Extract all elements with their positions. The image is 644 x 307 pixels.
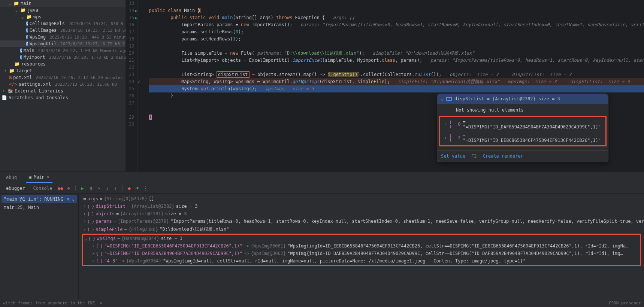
class-icon: C [20,48,22,53]
object-icon: { } [96,259,103,263]
file-meta: 2023/3/13 16:28, 11.66 kB [55,82,117,87]
folder-icon: 📁 [26,14,32,19]
subtab-console[interactable]: Console [30,184,55,192]
tree-file[interactable]: C CellImageRels 2023/8/16 19:24, 630 B 5… [0,20,126,27]
var-row-expanded[interactable]: ⌄ { } wpsImgs = {HashMap@3044} size = 3 [83,235,640,242]
watermark: CSDN @rosener [609,301,641,306]
chevron-right-icon[interactable]: › [92,251,94,256]
debug-inline-popup[interactable]: ⌄ oo dispStrList = {ArrayList@2382} size… [437,94,608,162]
object-icon: { } [96,252,103,256]
tree-file[interactable]: C Myimport 2023/8/16 20:20, 1.73 kB 2 mi… [0,54,126,61]
stack-frame[interactable]: main:25, Main [1,203,77,212]
chevron-down-icon[interactable]: ⌄ [441,96,444,101]
var-child-row[interactable]: › { } "=DISPIMG("ID_EE8CB653846F475094EF… [83,242,640,250]
tree-file[interactable]: C CellImages 2023/8/16 19:23, 2.13 kB 58… [0,27,126,34]
chevron-right-icon[interactable]: › [83,227,86,232]
tree-folder-target[interactable]: › 📁 target [0,67,126,74]
tree-label: wps [33,14,42,19]
view-breakpoints-icon[interactable]: 👁 [134,185,140,191]
file-meta: 2023/8/16 19:27, 6.79 kB 2 minu [60,42,126,46]
tree-label: resources [21,61,46,67]
step-out-icon[interactable]: ↑ [112,185,118,191]
resume-icon[interactable]: ▶ [79,185,85,191]
file-name: WpsImg [30,34,46,40]
tree-scratches[interactable]: 📄 Scratches and Consoles [0,94,126,101]
file-meta: 2023/8/16 19:24, 630 B 58 min [69,21,126,26]
var-row[interactable]: ⇉ args = {String[0]@2378} [] [82,195,641,203]
debug-panel: ebug ▣ Main × ebugger Console ●● ⊘ ▶ ⏸ ↷… [0,171,644,299]
tree-file-selected[interactable]: C WpsImgUtil 2023/8/16 19:27, 6.79 kB 2 … [0,40,126,47]
file-name: settings.xml [19,82,51,87]
tab-debug[interactable]: ebug [3,173,20,182]
tree-file[interactable]: C WpsImg 2023/8/16 19:28, 446 B 53 minut… [0,34,126,40]
project-tree[interactable]: ⌄ 📁 main ⌄ 📁 java ⌄ 📁 wps C CellImageRel… [0,0,126,171]
breakpoint-icon[interactable]: ●● [57,185,63,191]
create-renderer-link[interactable]: Create renderer [483,154,523,159]
tree-external-libraries[interactable]: › 📚 External Libraries [0,88,126,94]
class-icon: C [26,42,28,46]
set-value-link[interactable]: Set value [441,154,465,159]
file-name: WpsImgUtil [30,41,57,46]
popup-highlighted-items: › { } 0 = "=DISPIMG("ID_DAF859A2B4904BF7… [439,116,607,146]
tree-file-pom[interactable]: m pom.xml 2023/8/16 19:46, 2.12 kB 29 mi… [0,74,126,81]
code-editor[interactable]: 13 14▶ 15▶ 16 17 18 19 20 21 22 23 24✓ 2… [126,0,644,171]
args-icon: ⇉ [83,196,86,201]
var-row[interactable]: › { } params = {ImportParams@2379} "Impo… [82,218,641,225]
shortcut-hint: F2 [471,154,477,159]
maven-icon: m [9,75,12,80]
chevron-right-icon[interactable]: › [92,258,94,264]
chevron-down-icon: ⌄ [7,1,12,6]
status-message[interactable]: witch frames from anywhere in the IDE… × [3,301,102,306]
tab-main[interactable]: ▣ Main × [26,172,52,183]
popup-title: dispStrList = {ArrayList@2382} size = 3 [454,96,560,101]
run-gutter-icon[interactable]: ▶ [135,7,137,14]
popup-item[interactable]: › { } 2 = "=DISPIMG("ID_EE8CB653846F4750… [441,131,605,145]
chevron-right-icon[interactable]: › [83,204,86,209]
tree-file[interactable]: C Main 2023/8/16 20:22, 1.03 kB Moments … [0,47,126,54]
chevron-right-icon[interactable]: › [83,219,86,224]
var-child-row[interactable]: › { } "4-3" -> {WpsImg@3064} "WpsImg{img… [83,257,640,265]
run-gutter-icon[interactable]: ▶ [135,14,137,21]
file-meta: 2023/8/16 19:28, 446 B 53 minute [49,35,126,40]
var-child-row[interactable]: › { } "=DISPIMG("ID_DAF859A2B4904BF7A304… [83,250,640,257]
chevron-right-icon[interactable]: › [92,243,94,249]
chevron-right-icon: › [3,69,7,73]
class-icon: C [26,21,28,26]
debug-toolbar: ebugger Console ●● ⊘ ▶ ⏸ ↷ ↓ ↑ ● 👁 ⋮ [0,183,644,194]
library-icon: 📚 [7,88,13,94]
tree-folder-main[interactable]: ⌄ 📁 main [0,0,126,7]
stop-icon[interactable]: ● [126,185,132,191]
tree-folder-java[interactable]: ⌄ 📁 java [0,7,126,13]
more-icon[interactable]: ⋮ [143,185,149,191]
object-icon: { } [88,237,95,241]
step-into-icon[interactable]: ↓ [104,185,110,191]
frames-panel: "main"@1 i…n": RUNNING ▼ ⌄ main:25, Main [0,194,79,299]
file-meta: 2023/8/16 20:22, 1.03 kB Moments ago [38,48,126,53]
tree-folder-wps[interactable]: ⌄ 📁 wps [0,13,126,20]
mute-icon[interactable]: ⊘ [66,185,72,191]
var-row[interactable]: › { } objects = {ArrayList@2381} size = … [82,210,641,218]
popup-item[interactable]: › { } 0 = "=DISPIMG("ID_DAF859A2B4904BF7… [441,118,605,131]
dropdown-icon[interactable]: ⌄ [72,197,75,202]
chevron-right-icon[interactable]: › [83,211,86,216]
tree-label: External Libraries [15,88,63,94]
tree-file-settings[interactable]: </> settings.xml 2023/3/13 16:28, 11.66 … [0,81,126,88]
file-name: CellImages [30,28,57,33]
chevron-down-icon: ⌄ [20,15,25,19]
object-icon: { } [87,227,94,231]
object-icon: { } [87,212,94,216]
xml-icon: </> [9,82,17,87]
tree-folder-resources[interactable]: 📁 resources [0,61,126,67]
step-over-icon[interactable]: ↷ [96,185,102,191]
filter-icon[interactable]: ▼ [67,197,70,202]
var-row[interactable]: › { } dispStrList = {ArrayList@2382} siz… [82,203,641,210]
close-icon[interactable]: × [47,174,49,180]
var-row[interactable]: › { } simpleFile = {File@2380} "D:\downl… [82,225,641,234]
subtab-debugger[interactable]: ebugger [3,184,28,192]
chevron-down-icon[interactable]: ⌄ [84,236,87,241]
panel-tabs: ebug ▣ Main × [0,172,644,183]
pause-icon[interactable]: ⏸ [88,185,94,191]
popup-header: ⌄ oo dispStrList = {ArrayList@2382} size… [437,94,608,104]
thread-selector[interactable]: "main"@1 i…n": RUNNING ▼ ⌄ [1,195,77,203]
popup-info: Not showing null elements [437,106,608,114]
